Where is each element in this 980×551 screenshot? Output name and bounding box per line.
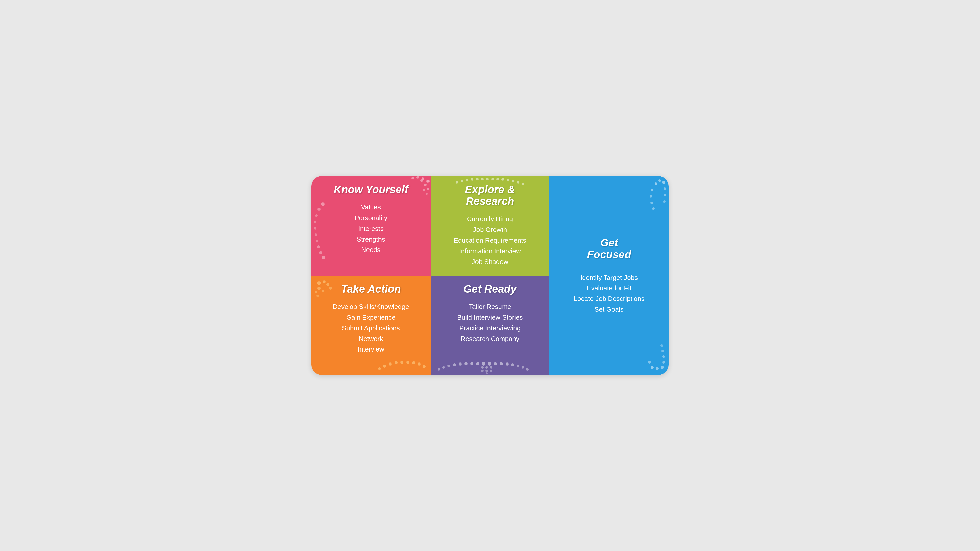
svg-point-50 [648, 361, 651, 364]
svg-point-71 [453, 363, 456, 366]
svg-point-47 [662, 355, 665, 358]
svg-point-10 [318, 208, 321, 211]
svg-point-73 [465, 362, 468, 365]
know-item-interests: Interests [358, 224, 383, 233]
svg-point-70 [447, 365, 450, 367]
svg-point-36 [650, 202, 653, 204]
explore-title: Explore & Research [441, 184, 539, 207]
svg-point-12 [314, 221, 317, 223]
svg-point-42 [663, 200, 666, 203]
svg-point-46 [662, 361, 665, 364]
svg-point-88 [481, 370, 484, 372]
svg-point-65 [412, 361, 415, 364]
svg-point-31 [517, 181, 519, 184]
ready-item-research: Research Company [461, 335, 519, 343]
svg-point-56 [321, 289, 324, 292]
explore-items: Currently Hiring Job Growth Education Re… [454, 215, 527, 266]
svg-point-90 [490, 370, 492, 372]
svg-point-59 [378, 367, 381, 370]
svg-point-53 [326, 283, 329, 286]
ready-items: Tailor Resume Build Interview Stories Pr… [457, 303, 523, 343]
cell-get-ready: Get Ready Tailor Resume Build Interview … [431, 275, 550, 375]
svg-point-20 [461, 180, 463, 183]
svg-point-26 [491, 178, 494, 180]
cell-get-focused: Get Focused Identify Target Jobs Evaluat… [549, 176, 669, 375]
svg-point-74 [470, 362, 473, 365]
ready-title: Get Ready [463, 283, 517, 295]
svg-point-16 [317, 245, 320, 248]
ready-item-resume: Tailor Resume [469, 303, 511, 311]
know-item-values: Values [361, 203, 381, 212]
svg-point-22 [471, 178, 473, 181]
svg-point-51 [317, 281, 321, 285]
know-item-strengths: Strengths [357, 235, 385, 244]
ready-item-practice: Practice Interviewing [460, 324, 520, 333]
action-items: Develop Skills/Knowledge Gain Experience… [333, 303, 409, 354]
explore-item-growth: Job Growth [473, 225, 507, 234]
svg-point-4 [424, 184, 427, 186]
svg-point-76 [482, 362, 485, 365]
svg-point-82 [517, 365, 519, 367]
explore-item-info-interview: Information Interview [459, 247, 520, 256]
svg-point-87 [490, 366, 492, 368]
explore-item-job-shadow: Job Shadow [472, 258, 508, 266]
action-item-network: Network [359, 335, 383, 343]
svg-point-9 [321, 202, 325, 206]
svg-point-72 [458, 362, 462, 365]
svg-point-39 [659, 179, 661, 182]
focused-item-locate: Locate Job Descriptions [574, 295, 644, 303]
svg-point-61 [389, 362, 392, 365]
svg-point-27 [496, 178, 499, 180]
svg-point-38 [662, 181, 665, 184]
svg-point-83 [522, 366, 524, 368]
action-item-interview: Interview [358, 345, 384, 354]
svg-point-45 [661, 366, 664, 369]
explore-item-education: Education Requirements [454, 236, 527, 245]
svg-point-1 [422, 177, 424, 180]
svg-point-33 [655, 183, 657, 185]
svg-point-44 [655, 367, 659, 370]
svg-point-13 [314, 227, 317, 230]
main-grid: Know Yourself Values Personality Interes… [311, 176, 669, 375]
focused-item-goals: Set Goals [595, 305, 624, 314]
svg-point-21 [466, 179, 468, 181]
cell-take-action: Take Action Develop Skills/Knowledge Gai… [311, 275, 431, 375]
svg-point-3 [411, 177, 414, 179]
svg-point-63 [401, 361, 404, 364]
svg-point-80 [506, 362, 509, 365]
svg-point-48 [662, 350, 664, 352]
svg-point-66 [417, 362, 421, 365]
action-item-applications: Submit Applications [342, 324, 400, 333]
svg-point-62 [395, 361, 398, 364]
action-title: Take Action [341, 283, 401, 295]
svg-point-8 [426, 193, 428, 195]
explore-item-hiring: Currently Hiring [467, 215, 513, 224]
svg-point-23 [476, 178, 479, 180]
svg-point-89 [485, 370, 488, 372]
svg-point-67 [423, 365, 426, 368]
svg-point-6 [427, 188, 429, 190]
know-item-needs: Needs [361, 246, 380, 254]
svg-point-14 [315, 233, 317, 236]
svg-point-43 [651, 366, 654, 369]
svg-point-0 [426, 179, 430, 183]
know-title: Know Yourself [334, 184, 408, 195]
svg-point-37 [652, 207, 655, 210]
action-item-skills: Develop Skills/Knowledge [333, 303, 409, 311]
svg-point-41 [663, 194, 666, 197]
svg-point-52 [323, 280, 326, 283]
svg-point-7 [420, 179, 423, 182]
cell-explore-research: Explore & Research Currently Hiring Job … [431, 176, 550, 275]
svg-point-81 [511, 363, 514, 366]
svg-point-85 [481, 366, 484, 368]
svg-point-5 [423, 189, 425, 191]
svg-point-84 [526, 368, 528, 371]
svg-point-15 [316, 240, 318, 242]
svg-point-78 [494, 362, 497, 365]
svg-point-77 [488, 362, 491, 365]
svg-point-2 [417, 176, 419, 179]
focused-title: Get Focused [587, 237, 631, 260]
svg-point-49 [660, 345, 663, 347]
action-item-experience: Gain Experience [346, 313, 395, 322]
svg-point-57 [315, 291, 317, 293]
